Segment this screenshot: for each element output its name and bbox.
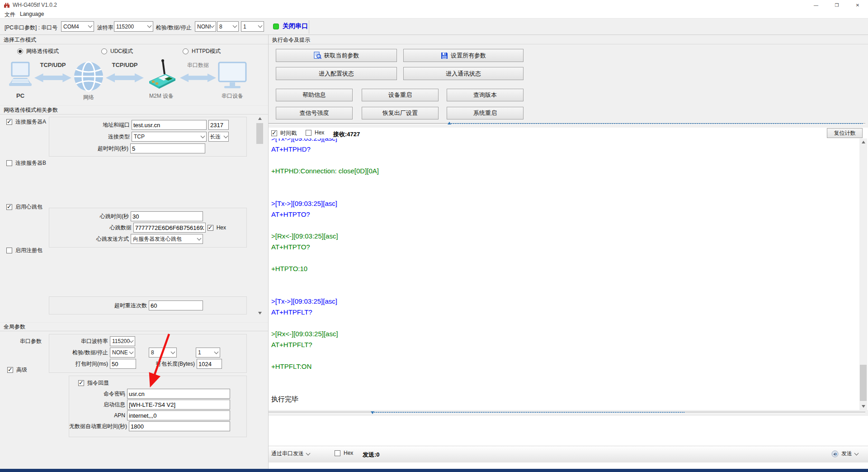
log-line bbox=[271, 155, 858, 166]
send-hex-checkbox[interactable]: ✓ Hex bbox=[335, 450, 353, 456]
server-a-checkbox[interactable]: ✓ 连接服务器A bbox=[6, 118, 46, 126]
scrollbar-thumb[interactable] bbox=[860, 365, 867, 401]
advanced-fieldbox: ✓ 指令回显 命令密码 启动信息 APN 无数据自动重启时间(秒) bbox=[69, 376, 247, 437]
mode-radio-udc[interactable]: UDC模式 bbox=[101, 48, 133, 55]
gp-stopbits-select[interactable]: 1 bbox=[196, 348, 220, 358]
chevron-down-icon bbox=[214, 349, 219, 354]
network-globe-icon bbox=[73, 61, 104, 92]
timeout-input[interactable] bbox=[130, 143, 205, 153]
gp-databits-select[interactable]: 8 bbox=[149, 348, 177, 358]
scrollbar-thumb[interactable] bbox=[256, 123, 263, 144]
reconnect-input[interactable] bbox=[149, 300, 203, 310]
checkbox-icon: ✓ bbox=[208, 225, 213, 231]
m2m-module-icon bbox=[145, 59, 178, 91]
register-checkbox[interactable]: ✓ 启用注册包 bbox=[6, 247, 42, 254]
splitter-collapse-icon[interactable] bbox=[371, 411, 374, 414]
log-region: ✓ 时间戳 ✓ Hex 接收:4727 复位计数 >[Tx->][09:03:2… bbox=[269, 128, 868, 410]
checkbox-icon: ✓ bbox=[335, 450, 340, 456]
menu-file[interactable]: 文件 bbox=[5, 11, 15, 19]
idle-restart-input[interactable] bbox=[129, 421, 230, 431]
hb-mode-select[interactable]: 向服务器发送心跳包 bbox=[131, 234, 203, 244]
echo-checkbox[interactable]: ✓ 指令回显 bbox=[78, 379, 246, 387]
maximize-button[interactable]: ❐ bbox=[826, 0, 847, 10]
server-a-address-input[interactable] bbox=[132, 120, 207, 130]
pc-laptop-icon bbox=[7, 62, 33, 90]
hb-time-input[interactable] bbox=[131, 211, 203, 221]
checkbox-icon: ✓ bbox=[6, 204, 12, 210]
conn-type-select[interactable]: TCP bbox=[132, 132, 207, 142]
chevron-down-icon bbox=[171, 349, 175, 354]
heartbeat-checkbox[interactable]: ✓ 启用心跳包 bbox=[6, 203, 42, 211]
databits-select[interactable]: 8 bbox=[217, 21, 239, 32]
server-b-checkbox[interactable]: ✓ 连接服务器B bbox=[6, 159, 46, 167]
device-reboot-button[interactable]: 设备重启 bbox=[362, 89, 439, 101]
minimize-button[interactable]: — bbox=[806, 0, 826, 10]
query-version-button[interactable]: 查询版本 bbox=[447, 89, 524, 101]
sent-counter: 发送:0 bbox=[363, 451, 380, 459]
get-params-button[interactable]: 获取当前参数 bbox=[276, 49, 397, 62]
gp-parity-select[interactable]: NONE bbox=[110, 348, 135, 358]
left-panel-scrollbar[interactable] bbox=[256, 115, 264, 317]
taskbar-edge bbox=[0, 469, 868, 472]
factory-reset-button[interactable]: 恢复出厂设置 bbox=[362, 107, 439, 119]
reconnect-label: 超时重连次数 bbox=[114, 302, 147, 310]
log-hex-checkbox[interactable]: ✓ Hex bbox=[306, 129, 324, 136]
advanced-checkbox[interactable]: ✓ 高级 bbox=[7, 366, 27, 374]
log-splitter-top[interactable] bbox=[269, 121, 868, 127]
double-arrow-icon bbox=[106, 72, 144, 83]
log-line: >[Rx<-][09:03:25][asc] bbox=[271, 231, 858, 242]
serial-group-label: 串口参数 bbox=[20, 338, 42, 345]
gp-baud-select[interactable]: 115200 bbox=[110, 336, 135, 346]
scroll-up-icon[interactable] bbox=[859, 138, 867, 146]
log-line: +HTPHD:Connection: close[0D][0A] bbox=[271, 166, 858, 176]
command-panel-header: 执行命令及提示 bbox=[269, 35, 868, 44]
send-button[interactable]: 发送 bbox=[831, 450, 858, 458]
send-via-dropdown[interactable]: 通过串口发送 bbox=[271, 450, 310, 458]
enter-comm-button[interactable]: 进入通讯状态 bbox=[403, 67, 524, 80]
hb-mode-label: 心跳发送方式 bbox=[96, 235, 129, 243]
pack-len-input[interactable] bbox=[197, 359, 222, 369]
baud-select[interactable]: 115200 bbox=[114, 21, 153, 32]
parity-select[interactable]: NONI bbox=[195, 21, 216, 32]
scroll-down-icon[interactable] bbox=[256, 310, 264, 317]
close-button[interactable]: ✕ bbox=[847, 0, 868, 10]
system-reboot-button[interactable]: 系统重启 bbox=[447, 107, 524, 119]
scroll-up-icon[interactable] bbox=[256, 115, 264, 122]
log-line bbox=[271, 176, 858, 187]
pack-time-input[interactable] bbox=[110, 359, 136, 369]
serial-params-fieldbox: 串口波特率 115200 检验/数据/停止 NONE 8 1 打包时间(ms) … bbox=[49, 334, 247, 373]
set-params-button[interactable]: 设置所有参数 bbox=[403, 49, 524, 62]
password-input[interactable] bbox=[127, 389, 230, 399]
boot-info-input[interactable] bbox=[127, 400, 230, 410]
timestamp-checkbox[interactable]: ✓ 时间戳 bbox=[271, 129, 297, 137]
signal-strength-button[interactable]: 查信号强度 bbox=[276, 107, 353, 119]
log-scrollbar[interactable] bbox=[859, 138, 867, 410]
password-label: 命令密码 bbox=[104, 390, 125, 398]
chevron-down-icon bbox=[210, 24, 215, 28]
log-view[interactable]: >[Tx->][09:03:25][asc]AT+HTPHD? +HTPHD:C… bbox=[271, 138, 858, 410]
close-icon: ✕ bbox=[856, 3, 859, 8]
splitter-collapse-icon[interactable] bbox=[448, 122, 451, 124]
log-line: AT+HTPFLT? bbox=[271, 339, 858, 350]
log-line: AT+HTPHD? bbox=[271, 144, 858, 155]
com-port-select[interactable]: COM4 bbox=[61, 21, 94, 32]
apn-input[interactable] bbox=[127, 410, 230, 420]
stopbits-select[interactable]: 1 bbox=[241, 21, 264, 32]
checkbox-icon: ✓ bbox=[78, 380, 84, 386]
mode-radio-httpd[interactable]: HTTPD模式 bbox=[183, 48, 221, 55]
baud-label: 波特率 bbox=[97, 24, 113, 32]
mode-radio-transparent[interactable]: 网络透传模式 bbox=[17, 48, 59, 55]
menu-language[interactable]: Language bbox=[20, 11, 44, 17]
mode-label: HTTPD模式 bbox=[192, 48, 221, 55]
reset-counter-button[interactable]: 复位计数 bbox=[827, 128, 863, 138]
close-serial-button[interactable]: 关闭串口 bbox=[273, 22, 308, 30]
log-splitter-bottom[interactable] bbox=[269, 410, 868, 416]
hb-data-input[interactable] bbox=[133, 223, 206, 233]
hb-hex-checkbox[interactable]: ✓ Hex bbox=[208, 224, 226, 231]
help-button[interactable]: 帮助信息 bbox=[276, 89, 353, 101]
enter-config-button[interactable]: 进入配置状态 bbox=[276, 67, 397, 80]
checkbox-icon: ✓ bbox=[6, 248, 12, 253]
keepalive-select[interactable]: 长连 bbox=[208, 132, 229, 142]
scroll-down-icon[interactable] bbox=[859, 403, 867, 410]
server-a-port-input[interactable] bbox=[208, 120, 229, 130]
